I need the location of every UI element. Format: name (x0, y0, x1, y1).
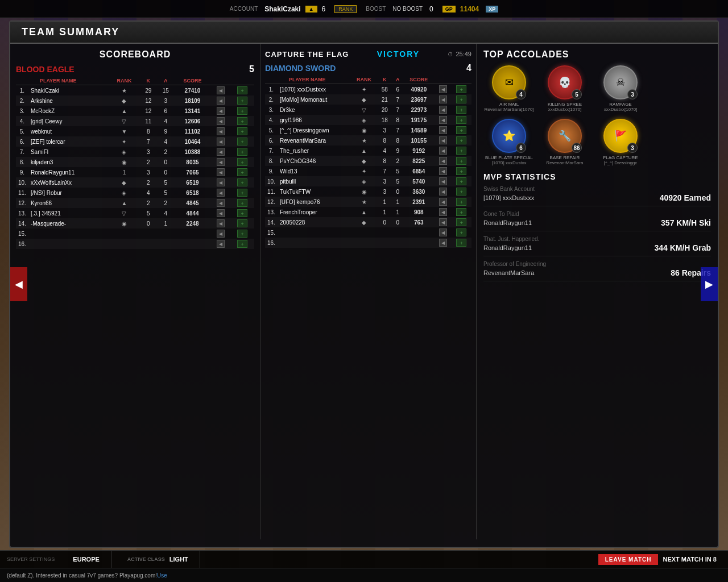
add-btn[interactable]: + (452, 156, 471, 166)
bottom-bar: SERVER SETTINGS EUROPE ACTIVE CLASS LIGH… (0, 550, 728, 582)
k-cell: 0 (377, 217, 392, 227)
add-btn[interactable]: + (452, 94, 471, 105)
add-btn[interactable]: + (452, 135, 471, 146)
rank-cell (351, 238, 377, 248)
mute-btn[interactable]: ◀ (435, 176, 452, 186)
mute-btn[interactable]: ◀ (210, 177, 230, 188)
add-btn[interactable]: + (452, 125, 471, 135)
add-btn[interactable]: + (230, 106, 254, 116)
k-cell: 8 (377, 156, 392, 166)
boost-label: BOOST (366, 6, 386, 12)
mute-btn[interactable]: ◀ (435, 115, 452, 125)
col-a-ds: A (392, 76, 403, 84)
mute-btn[interactable]: ◀ (210, 95, 230, 106)
table-row: 4. gryf1986 ◈ 18 8 19175 ◀ + (265, 115, 471, 125)
mute-btn[interactable]: ◀ (435, 105, 452, 115)
k-cell: 11 (140, 116, 158, 126)
a-cell: 6 (157, 106, 175, 116)
medal-icon: 🔧 86 (548, 119, 582, 153)
add-btn[interactable]: + (230, 208, 254, 218)
add-btn[interactable]: + (230, 85, 254, 96)
nav-arrow-right[interactable]: ▶ (701, 267, 718, 301)
add-btn[interactable]: + (452, 197, 471, 207)
col-a: A (157, 77, 175, 85)
add-btn[interactable]: + (230, 188, 254, 198)
mute-btn[interactable]: ◀ (435, 166, 452, 176)
add-btn[interactable]: + (452, 84, 471, 95)
mute-btn[interactable]: ◀ (210, 116, 230, 126)
add-btn[interactable]: + (452, 176, 471, 186)
table-row: 3. McRockZ ▲ 12 6 13141 ◀ + (16, 106, 254, 116)
add-btn[interactable]: + (452, 105, 471, 115)
mute-btn[interactable]: ◀ (210, 188, 230, 198)
table-row: 1. [1070] xxxDustxxx ✦ 58 6 40920 ◀ + (265, 84, 471, 95)
add-btn[interactable]: + (230, 95, 254, 106)
add-btn[interactable]: + (230, 147, 254, 157)
col-score-ds: SCORE (403, 76, 435, 84)
add-btn[interactable]: + (452, 207, 471, 217)
add-btn[interactable]: + (230, 167, 254, 177)
add-btn[interactable]: + (452, 115, 471, 125)
mute-btn[interactable]: ◀ (435, 227, 452, 238)
k-cell: 3 (377, 186, 392, 197)
mvp-stat: Professor of Engineering RevenantMarSara… (483, 261, 711, 281)
mute-btn[interactable]: ◀ (210, 106, 230, 116)
table-row: 14. -Masquerade- ◉ 0 1 2248 ◀ + (16, 218, 254, 228)
add-btn[interactable]: + (230, 198, 254, 208)
medal-count: 3 (627, 89, 638, 99)
mute-btn[interactable]: ◀ (435, 84, 452, 95)
mute-btn[interactable]: ◀ (435, 156, 452, 166)
add-btn[interactable]: + (230, 177, 254, 188)
mute-btn[interactable]: ◀ (435, 125, 452, 135)
score-cell: 7065 (175, 167, 211, 177)
rank-cell: ◆ (109, 95, 139, 106)
add-btn[interactable]: + (230, 126, 254, 136)
mute-btn[interactable]: ◀ (435, 135, 452, 146)
k-cell: 2 (140, 177, 158, 188)
diamond-sword-header: DIAMOND SWORD 4 (265, 63, 471, 73)
add-btn[interactable]: + (230, 116, 254, 126)
mute-btn[interactable]: ◀ (435, 207, 452, 217)
add-btn[interactable]: + (452, 217, 471, 227)
mute-btn[interactable]: ◀ (435, 146, 452, 156)
mute-btn[interactable]: ◀ (210, 218, 230, 228)
mute-btn[interactable]: ◀ (210, 157, 230, 167)
tab-active-class[interactable]: ACTIVE CLASS LIGHT (111, 551, 200, 568)
mute-btn[interactable]: ◀ (210, 85, 230, 96)
add-btn[interactable]: + (452, 146, 471, 156)
player-name-cell (278, 238, 351, 248)
add-btn[interactable]: + (230, 136, 254, 147)
score-cell: 19175 (403, 115, 435, 125)
add-btn[interactable]: + (452, 166, 471, 176)
mute-btn[interactable]: ◀ (210, 147, 230, 157)
add-btn[interactable]: + (230, 239, 254, 249)
ctf-section: CAPTURE THE FLAG VICTORY ⏱ 25:49 DIAMOND… (260, 44, 477, 539)
mute-btn[interactable]: ◀ (435, 94, 452, 105)
mute-btn[interactable]: ◀ (210, 208, 230, 218)
mute-btn[interactable]: ◀ (435, 186, 452, 197)
leave-match-button[interactable]: LEAVE MATCH (598, 554, 659, 565)
add-btn[interactable]: + (452, 186, 471, 197)
mute-btn[interactable]: ◀ (435, 217, 452, 227)
player-name-cell: ShakiCzaki (28, 85, 109, 96)
player-name-cell: [UFO] kempo76 (278, 197, 351, 207)
add-btn[interactable]: + (230, 157, 254, 167)
score-cell (175, 228, 211, 239)
mute-btn[interactable]: ◀ (435, 197, 452, 207)
row-num: 14. (265, 217, 278, 227)
add-btn[interactable]: + (230, 218, 254, 228)
next-match-label: NEXT MATCH IN 8 (663, 556, 717, 563)
mute-btn[interactable]: ◀ (210, 198, 230, 208)
mute-btn[interactable]: ◀ (210, 126, 230, 136)
mute-btn[interactable]: ◀ (210, 228, 230, 239)
score-cell: 10155 (403, 135, 435, 146)
nav-arrow-left[interactable]: ◀ (10, 267, 27, 301)
add-btn[interactable]: + (230, 228, 254, 239)
mute-btn[interactable]: ◀ (435, 238, 452, 248)
add-btn[interactable]: + (452, 227, 471, 238)
mute-btn[interactable]: ◀ (210, 239, 230, 249)
mute-btn[interactable]: ◀ (210, 167, 230, 177)
add-btn[interactable]: + (452, 238, 471, 248)
mute-btn[interactable]: ◀ (210, 136, 230, 147)
tab-europe[interactable]: EUROPE (61, 551, 111, 568)
